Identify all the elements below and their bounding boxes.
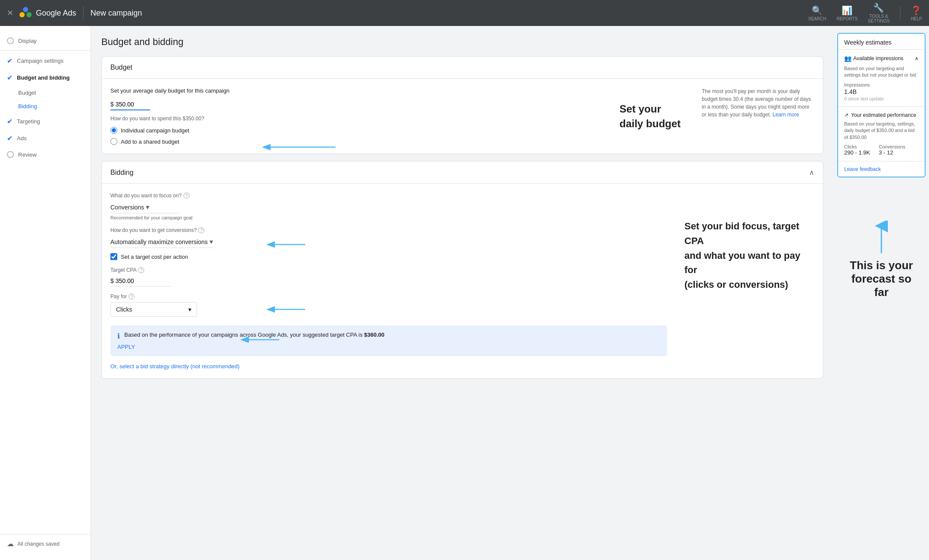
budget-description: The most you'll pay per month is your da… [702, 87, 814, 145]
app-name: Google Ads [36, 9, 76, 18]
nav-divider-2 [900, 6, 900, 20]
cloud-icon: ☁ [7, 540, 14, 548]
impressions-section: 👥 Available impressions ∧ Based on your … [838, 50, 925, 107]
check-icon-ads: ✔ [7, 134, 13, 142]
sidebar-display-label: Display [18, 38, 37, 44]
sidebar-item-display[interactable]: Display [0, 33, 90, 48]
clicks-value: 290 - 1.9K [844, 149, 870, 156]
budget-callout-text: Set your daily budget [619, 103, 681, 129]
budget-currency-input[interactable]: $ [110, 99, 150, 110]
sidebar-targeting-label: Targeting [17, 118, 40, 125]
reports-nav-button[interactable]: 📊 REPORTS [837, 5, 858, 21]
target-cpa-input[interactable] [116, 277, 159, 284]
weekly-estimates-title: Weekly estimates [844, 39, 891, 46]
pay-for-label-text: Pay for [110, 293, 127, 299]
check-icon-budget: ✔ [7, 74, 13, 82]
pay-for-label: Pay for ? [110, 293, 667, 299]
pay-for-dropdown[interactable]: Clicks ▾ [110, 302, 197, 317]
sidebar-campaign-label: Campaign settings [17, 58, 64, 64]
info-icon: ℹ [117, 332, 120, 340]
tools-icon: 🔧 [873, 3, 884, 13]
radio-individual[interactable]: Individual campaign budget [110, 127, 589, 134]
pay-for-help-icon[interactable]: ? [129, 293, 135, 299]
tools-nav-button[interactable]: 🔧 TOOLS & SETTINGS [868, 3, 890, 23]
sidebar-item-ads[interactable]: ✔ Ads [0, 130, 90, 147]
sidebar-item-campaign-settings[interactable]: ✔ Campaign settings [0, 52, 90, 69]
people-icon: 👥 [844, 55, 852, 62]
close-button[interactable]: ✕ [7, 8, 13, 18]
trend-icon: ↗ [844, 112, 848, 118]
suggestion-amount: $360.00 [364, 331, 384, 338]
conversion-label: How do you want to get conversions? ? [110, 227, 667, 233]
sidebar-item-targeting[interactable]: ✔ Targeting [0, 113, 90, 130]
leave-feedback-link[interactable]: Leave feedback [844, 166, 881, 172]
budget-field-label: Set your average daily budget for this c… [110, 87, 589, 94]
bidding-content: What do you want to focus on? ? Conversi… [110, 193, 814, 370]
app-body: Display ✔ Campaign settings ✔ Budget and… [0, 26, 929, 560]
nav-divider [83, 6, 84, 20]
help-nav-button[interactable]: ❓ HELP [911, 5, 922, 21]
radio-individual-label: Individual campaign budget [121, 127, 189, 134]
budget-card-header: Budget [102, 57, 823, 79]
not-recommended-link[interactable]: Or, select a bid strategy directly (not … [110, 363, 239, 370]
radio-shared-input[interactable] [110, 138, 117, 145]
target-cpa-section: Target CPA ? $ [110, 267, 667, 286]
bidding-callout-text: Set your bid focus, target CPA and what … [684, 221, 800, 290]
recommendation-text: Recommended for your campaign goal [110, 215, 667, 220]
target-cpa-checkbox[interactable] [110, 253, 117, 260]
focus-dropdown[interactable]: Conversions ▾ [110, 201, 180, 213]
sidebar-item-budget-bidding[interactable]: ✔ Budget and bidding [0, 69, 90, 86]
budget-callout-area: Set your daily budget [606, 87, 684, 145]
circle-icon [7, 37, 14, 44]
search-nav-button[interactable]: 🔍 SEARCH [808, 5, 826, 21]
performance-title: ↗ Your estimated performance [844, 112, 919, 118]
conversions-value: 3 - 12 [879, 149, 905, 156]
budget-radio-group: Individual campaign budget Add to a shar… [110, 127, 589, 145]
focus-dropdown-arrow: ▾ [146, 203, 149, 211]
collapse-icon[interactable]: ∧ [809, 168, 814, 177]
budget-left: Set your average daily budget for this c… [110, 87, 589, 145]
sidebar-budget-label: Budget and bidding [17, 74, 70, 81]
right-panel: Weekly estimates 👥 Available impressions… [834, 26, 929, 560]
search-icon: 🔍 [812, 5, 823, 16]
apply-link[interactable]: APPLY [117, 344, 660, 350]
target-cpa-input-row[interactable]: $ [110, 276, 171, 286]
sidebar-sub-bidding[interactable]: Bidding [0, 100, 90, 113]
performance-stats-row: Clicks 290 - 1.9K Conversions 3 - 12 [844, 144, 919, 156]
top-navigation: ✕ Google Ads New campaign 🔍 SEARCH 📊 REP… [0, 0, 929, 26]
conversion-dropdown[interactable]: Automatically maximize conversions ▾ [110, 236, 213, 248]
budget-header-text: Budget [110, 64, 132, 71]
target-cpa-checkbox-label: Set a target cost per action [121, 254, 188, 260]
conversions-label: Conversions [879, 144, 905, 149]
weekly-estimates-footer: Leave feedback [838, 161, 925, 177]
target-cpa-checkbox-row[interactable]: Set a target cost per action [110, 253, 667, 260]
budget-callout-title: Set your daily budget [619, 102, 681, 131]
impressions-stat-value: 1.4B [844, 88, 919, 95]
impressions-section-title: 👥 Available impressions ∧ [844, 55, 919, 62]
bidding-left: What do you want to focus on? ? Conversi… [110, 193, 667, 370]
performance-section: ↗ Your estimated performance Based on yo… [838, 107, 925, 161]
svg-point-1 [26, 12, 32, 17]
suggestion-row: ℹ Based on the performance of your campa… [117, 331, 660, 340]
performance-desc: Based on your targeting, settings, daily… [844, 121, 919, 141]
forecast-callout: This is your forecast so far [837, 221, 926, 299]
sidebar-sub-budget[interactable]: Budget [0, 86, 90, 100]
sidebar-item-review[interactable]: Review [0, 147, 90, 162]
bidding-card-header: Bidding ∧ [102, 161, 823, 184]
svg-point-0 [19, 12, 25, 17]
radio-shared[interactable]: Add to a shared budget [110, 138, 589, 145]
budget-input-field[interactable] [116, 101, 150, 108]
conversion-help-icon[interactable]: ? [198, 227, 204, 233]
nav-actions: 🔍 SEARCH 📊 REPORTS 🔧 TOOLS & SETTINGS ❓ … [808, 3, 922, 23]
help-icon: ❓ [911, 5, 922, 16]
radio-individual-input[interactable] [110, 127, 117, 134]
app-logo: Google Ads [19, 6, 76, 20]
target-cpa-label: Target CPA ? [110, 267, 667, 273]
bidding-card: Bidding ∧ What do you want to focus on? … [101, 161, 823, 379]
conversion-label-text: How do you want to get conversions? [110, 227, 197, 233]
learn-more-link[interactable]: Learn more [772, 112, 799, 118]
collapse-impressions-icon[interactable]: ∧ [915, 55, 919, 61]
focus-help-icon[interactable]: ? [184, 193, 190, 199]
target-cpa-help-icon[interactable]: ? [138, 267, 144, 273]
budget-input-row: $ [110, 99, 589, 110]
